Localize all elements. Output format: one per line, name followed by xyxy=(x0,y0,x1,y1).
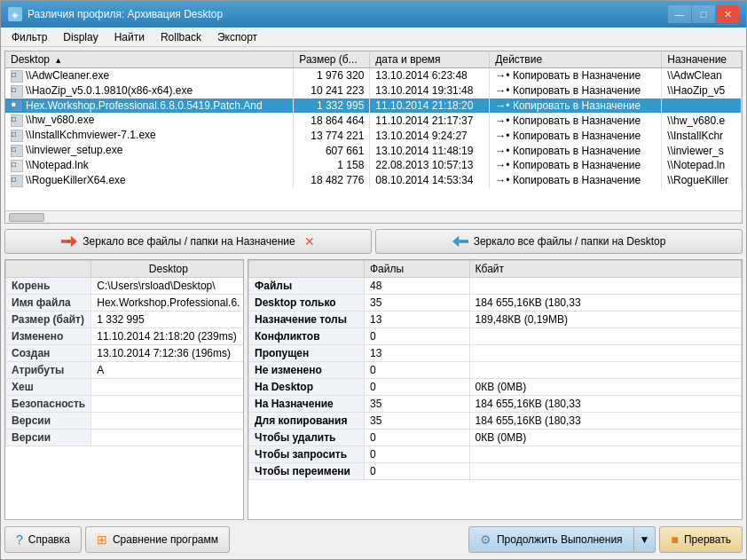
stats-col-label xyxy=(249,261,365,278)
title-bar: ◈ Различия профиля: Архивация Desktop — … xyxy=(1,1,746,28)
col-action[interactable]: Действие xyxy=(490,51,662,68)
file-icon: □ xyxy=(11,70,23,83)
main-window: ◈ Различия профиля: Архивация Desktop — … xyxy=(0,0,747,560)
compare-label: Сравнение программ xyxy=(113,533,218,546)
stats-row: Чтобы запросить 0 xyxy=(249,446,742,463)
app-icon: ◈ xyxy=(8,7,22,21)
col-date[interactable]: дата и время xyxy=(370,51,490,68)
window-controls: — □ ✕ xyxy=(668,5,739,23)
stats-row: Конфликтов 0 xyxy=(249,328,742,345)
stats-row: Desktop только 35 184 655,16КВ (180,33 xyxy=(249,295,742,312)
svg-marker-1 xyxy=(71,236,77,248)
detail-row-version1: Версии xyxy=(6,413,245,430)
detail-col-desktop: Desktop xyxy=(91,261,244,278)
continue-group: ⚙ Продолжить Выполнения ▼ xyxy=(468,526,657,553)
file-icon: ■ xyxy=(11,99,23,112)
close-button[interactable]: ✕ xyxy=(716,5,739,23)
detail-row-attrs: Атрибуты A xyxy=(6,362,245,379)
menu-export[interactable]: Экспорт xyxy=(210,29,264,45)
main-content: Desktop ▲ Размер (б... дата и время Дейс… xyxy=(1,47,746,559)
table-row[interactable]: □\\inviewer_setup.exe 607 661 13.10.2014… xyxy=(5,143,742,158)
file-table: Desktop ▲ Размер (б... дата и время Дейс… xyxy=(5,51,742,188)
svg-rect-4 xyxy=(459,240,468,243)
file-table-container: Desktop ▲ Размер (б... дата и время Дейс… xyxy=(4,51,743,224)
gear-icon: ⚙ xyxy=(480,532,491,547)
window-title: Различия профиля: Архивация Desktop xyxy=(28,8,223,20)
mirror-to-dest-label: Зеркало все файлы / папки на Назначение xyxy=(83,235,295,248)
mirror-to-desktop-label: Зеркало все файлы / папки на Desktop xyxy=(474,235,666,248)
mirror-to-dest-button[interactable]: Зеркало все файлы / папки на Назначение … xyxy=(4,229,372,254)
continue-label: Продолжить Выполнения xyxy=(497,533,623,546)
file-icon: □ xyxy=(11,175,23,187)
stats-row: Для копирования 35 184 655,16КВ (180,33 xyxy=(249,413,742,430)
table-row-selected[interactable]: ■Hex.Workshop.Professional.6.8.0.5419.Pa… xyxy=(5,99,742,114)
table-row[interactable]: □\\RogueKillerX64.exe 18 482 776 08.10.2… xyxy=(5,173,742,188)
detail-row-created: Создан 13.10.2014 7:12:36 (196ms) xyxy=(6,345,245,362)
stats-col-files: Файлы xyxy=(365,261,470,278)
table-row[interactable]: □\\HaoZip_v5.0.1.9810(x86-x64).exe 10 24… xyxy=(5,83,742,99)
file-icon: □ xyxy=(11,160,23,172)
stats-table: Файлы Кбайт Файлы 48 Desktop только 35 xyxy=(248,260,742,480)
stop-button[interactable]: ■ Прервать xyxy=(659,526,743,553)
col-desktop[interactable]: Desktop ▲ xyxy=(5,51,294,68)
chevron-down-icon: ▼ xyxy=(640,533,650,546)
table-row[interactable]: □\\Notepad.lnk 1 158 22.08.2013 10:57:13… xyxy=(5,158,742,173)
detail-row-hash: Хеш xyxy=(6,379,245,396)
menu-display[interactable]: Display xyxy=(56,29,105,45)
svg-rect-2 xyxy=(68,240,71,243)
stats-row: Чтобы переимени 0 xyxy=(249,463,742,480)
detail-row-modified: Изменено 11.10.2014 21:18:20 (239ms) xyxy=(6,328,245,345)
horizontal-scrollbar[interactable] xyxy=(5,210,742,223)
table-row[interactable]: □\\InstallKchmviewer-7.1.exe 13 774 221 … xyxy=(5,128,742,143)
file-icon: □ xyxy=(11,130,23,142)
mirror-to-desktop-button[interactable]: Зеркало все файлы / папки на Desktop xyxy=(375,229,743,254)
stop-icon: ■ xyxy=(671,532,678,547)
mirror-right-icon xyxy=(452,235,468,248)
maximize-button[interactable]: □ xyxy=(692,5,715,23)
help-label: Справка xyxy=(28,533,70,546)
detail-row-security: Безопасность xyxy=(6,396,245,413)
col-dest[interactable]: Назначение xyxy=(662,51,742,68)
compare-icon: ⊞ xyxy=(97,532,107,547)
detail-row-size: Размер (байт) 1 332 995 xyxy=(6,312,245,328)
detail-col-label xyxy=(6,261,91,278)
file-icon: □ xyxy=(11,85,23,98)
file-icon: □ xyxy=(11,145,23,157)
mirror-cancel-icon: ✕ xyxy=(304,234,315,248)
menu-rollback[interactable]: Rollback xyxy=(153,29,208,45)
table-row[interactable]: □\\AdwCleaner.exe 1 976 320 13.10.2014 6… xyxy=(5,68,742,83)
col-size[interactable]: Размер (б... xyxy=(294,51,370,68)
detail-table: Desktop Назначение Корень C:\Users\rsloa… xyxy=(5,260,244,446)
stats-row: Пропущен 13 xyxy=(249,345,742,362)
stop-label: Прервать xyxy=(684,533,731,546)
stats-row: Не изменено 0 xyxy=(249,362,742,379)
action-bar: ? Справка ⊞ Сравнение программ ⚙ Продолж… xyxy=(4,524,743,556)
question-icon: ? xyxy=(16,532,23,547)
minimize-button[interactable]: — xyxy=(668,5,691,23)
mirror-row: Зеркало все файлы / папки на Назначение … xyxy=(4,227,743,256)
detail-panel: Desktop Назначение Корень C:\Users\rsloa… xyxy=(4,259,244,520)
table-row[interactable]: □\\hw_v680.exe 18 864 464 11.10.2014 21:… xyxy=(5,113,742,128)
stats-row: На Desktop 0 0КВ (0МВ) xyxy=(249,379,742,396)
stats-col-kb: Кбайт xyxy=(469,261,741,278)
file-table-scroll[interactable]: Desktop ▲ Размер (б... дата и время Дейс… xyxy=(5,51,742,210)
help-button[interactable]: ? Справка xyxy=(4,526,82,553)
stats-row: На Назначение 35 184 655,16КВ (180,33 xyxy=(249,396,742,413)
stats-row: Файлы 48 xyxy=(249,278,742,295)
bottom-panels: Desktop Назначение Корень C:\Users\rsloa… xyxy=(4,259,743,520)
detail-row-root: Корень C:\Users\rsload\Desktop\ C:\Users… xyxy=(6,278,245,295)
menu-filter[interactable]: Фильтр xyxy=(4,29,54,45)
continue-button[interactable]: ⚙ Продолжить Выполнения xyxy=(468,526,634,553)
svg-marker-3 xyxy=(452,236,459,248)
menu-find[interactable]: Найти xyxy=(107,29,152,45)
stats-panel: Файлы Кбайт Файлы 48 Desktop только 35 xyxy=(248,259,743,520)
compare-button[interactable]: ⊞ Сравнение программ xyxy=(85,526,230,553)
file-icon: □ xyxy=(11,114,23,127)
mirror-left-icon xyxy=(61,235,77,248)
continue-dropdown-button[interactable]: ▼ xyxy=(634,526,657,553)
detail-row-filename: Имя файла Hex.Workshop.Professional.6. xyxy=(6,295,245,312)
stats-row: Чтобы удалить 0 0КВ (0МВ) xyxy=(249,430,742,446)
menu-bar: Фильтр Display Найти Rollback Экспорт xyxy=(1,28,746,47)
stats-row: Назначение толы 13 189,48КВ (0,19МВ) xyxy=(249,312,742,328)
detail-row-version2: Версии xyxy=(6,430,245,446)
